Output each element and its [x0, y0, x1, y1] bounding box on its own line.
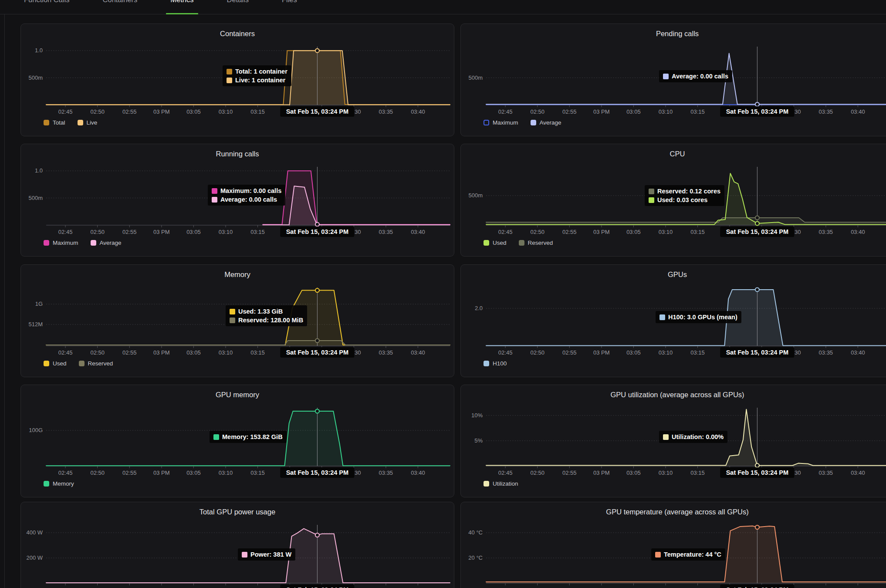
chart-card-total-gpu-power-usage: Total GPU power usage Power: 381 W Sat F…: [20, 502, 454, 588]
x-axis-tick-label: 02:55: [115, 349, 143, 356]
x-axis-tick-label: 02:55: [115, 229, 143, 235]
x-axis-tick-label: 03:40: [404, 108, 432, 115]
legend-item-reserved[interactable]: Reserved: [519, 240, 553, 246]
x-axis-tick-label: 03:40: [404, 470, 432, 476]
cursor-date-tooltip: Sat Feb 15, 03:24 PM: [281, 106, 354, 117]
series-color-swatch-icon: [242, 552, 247, 558]
x-axis-tick-label: 03 PM: [588, 108, 615, 115]
y-axis-tick-label: 40 °C: [461, 529, 483, 536]
legend-item-h100[interactable]: H100: [484, 360, 507, 367]
tooltip-text: Reserved: 128.00 MiB: [238, 317, 303, 324]
x-axis-tick-label: 03:10: [652, 349, 680, 356]
legend-item-average[interactable]: Average: [531, 119, 561, 126]
chart-card-gpu-utilization-average-across-all-gpus-: GPU utilization (average across all GPUs…: [460, 385, 886, 497]
legend-label: Memory: [53, 480, 74, 487]
tab-containers[interactable]: Containers: [98, 0, 142, 14]
tooltip-row: Live: 1 container: [227, 77, 287, 84]
chart-hover-tooltip: Memory: 153.82 GiB: [210, 431, 287, 443]
legend-item-maximum[interactable]: Maximum: [484, 119, 518, 126]
legend-label: Maximum: [493, 119, 518, 126]
legend-label: Average: [540, 119, 561, 126]
legend-item-utilization[interactable]: Utilization: [484, 480, 518, 487]
legend-label: Average: [100, 240, 122, 246]
chart-plot-area[interactable]: [461, 502, 886, 588]
tab-metrics[interactable]: Metrics: [166, 0, 198, 14]
x-axis-tick-label: 03:35: [812, 349, 840, 356]
x-axis-tick-label: 03 PM: [148, 470, 176, 476]
tooltip-text: Live: 1 container: [235, 77, 285, 84]
x-axis-tick-label: 02:55: [115, 470, 143, 476]
x-axis-tick-label: 03:10: [212, 108, 240, 115]
chart-legend: Memory: [44, 480, 74, 487]
x-axis-tick-label: 02:45: [491, 349, 519, 356]
legend-label: Total: [53, 119, 65, 126]
x-axis-tick-label: 02:55: [555, 108, 583, 115]
x-axis-tick-label: 03 PM: [588, 349, 615, 356]
tooltip-text: Memory: 153.82 GiB: [222, 433, 283, 440]
legend-item-reserved[interactable]: Reserved: [79, 360, 113, 367]
legend-item-average[interactable]: Average: [91, 240, 122, 246]
y-axis-tick-label: 200 W: [21, 554, 43, 561]
tooltip-text: Total: 1 container: [235, 68, 287, 75]
tab-function-calls[interactable]: Function Calls: [20, 0, 74, 14]
legend-item-memory[interactable]: Memory: [44, 480, 74, 487]
series-color-swatch-icon: [213, 434, 219, 440]
x-axis-tick-label: 03:05: [619, 349, 647, 356]
tooltip-text: Temperature: 44 °C: [664, 551, 721, 558]
series-color-swatch-icon: [663, 434, 669, 440]
legend-swatch-icon: [91, 240, 96, 246]
chart-legend: MaximumAverage: [484, 119, 561, 126]
tab-label: Containers: [103, 0, 138, 4]
chart-card-running-calls: Running calls Maximum: 0.00 callsAverage…: [20, 144, 454, 257]
y-axis-tick-label: 500m: [461, 192, 483, 199]
x-axis-tick-label: 03:15: [684, 229, 712, 235]
x-axis-tick-label: 02:50: [84, 108, 112, 115]
legend-swatch-icon: [531, 120, 536, 125]
legend-label: Reserved: [88, 360, 113, 367]
series-color-swatch-icon: [659, 314, 665, 320]
legend-item-used[interactable]: Used: [484, 240, 507, 246]
chart-plot-area[interactable]: [21, 502, 455, 588]
legend-item-maximum[interactable]: Maximum: [44, 240, 78, 246]
x-axis-tick-label: 03:15: [244, 470, 272, 476]
y-axis-tick-label: 5%: [461, 437, 483, 444]
series-color-swatch-icon: [212, 197, 217, 203]
tooltip-text: Utilization: 0.00%: [672, 433, 724, 440]
chart-hover-tooltip: H100: 3.0 GPUs (mean): [656, 311, 741, 323]
x-axis-tick-label: 03:40: [404, 229, 432, 235]
x-axis-tick-label: 02:50: [524, 349, 551, 356]
tooltip-row: Maximum: 0.00 calls: [212, 187, 281, 194]
legend-swatch-icon: [79, 361, 85, 366]
x-axis-tick-label: 03:40: [844, 470, 872, 476]
legend-item-total[interactable]: Total: [44, 119, 65, 126]
y-axis-tick-label: 10%: [461, 412, 483, 419]
legend-swatch-icon: [484, 481, 489, 487]
tooltip-row: Temperature: 44 °C: [655, 551, 721, 558]
legend-item-live[interactable]: Live: [78, 119, 98, 126]
x-axis-tick-label: 03:35: [372, 229, 400, 235]
legend-item-used[interactable]: Used: [44, 360, 67, 367]
x-axis-tick-label: 03:05: [619, 470, 647, 476]
x-axis-tick-label: 03:10: [212, 349, 240, 356]
tab-files[interactable]: Files: [277, 0, 301, 14]
y-axis-tick-label: 500m: [461, 74, 483, 81]
x-axis-tick-label: 03:40: [844, 349, 872, 356]
x-axis-tick-label: 03:40: [844, 229, 872, 235]
legend-swatch-icon: [44, 361, 49, 366]
chart-hover-tooltip: Reserved: 0.12 coresUsed: 0.03 cores: [645, 185, 724, 206]
series-color-swatch-icon: [663, 74, 669, 79]
tab-details[interactable]: Details: [223, 0, 253, 14]
tooltip-row: H100: 3.0 GPUs (mean): [659, 314, 737, 321]
cursor-date-tooltip: Sat Feb 15, 03:24 PM: [281, 347, 354, 358]
legend-label: Utilization: [493, 480, 518, 487]
x-axis-tick-label: 02:50: [84, 349, 112, 356]
x-axis-tick-label: 02:45: [491, 229, 519, 235]
x-axis-tick-label: 03:35: [372, 349, 400, 356]
tooltip-text: Maximum: 0.00 calls: [220, 187, 281, 194]
chart-hover-tooltip: Temperature: 44 °C: [651, 548, 725, 561]
x-axis-tick-label: 03:15: [684, 108, 712, 115]
legend-label: Live: [87, 119, 98, 126]
legend-label: Used: [53, 360, 67, 367]
cursor-date-tooltip: Sat Feb 15, 03:24 PM: [281, 467, 354, 478]
x-axis-tick-label: 03:10: [212, 229, 240, 235]
